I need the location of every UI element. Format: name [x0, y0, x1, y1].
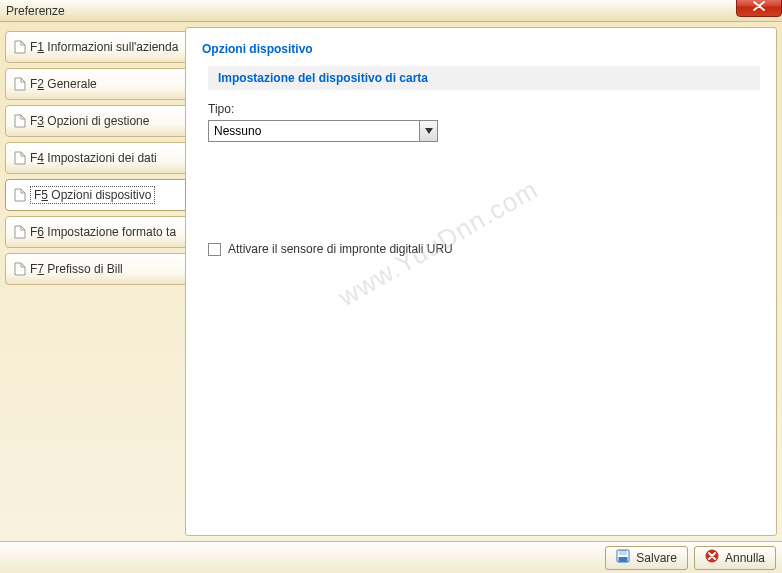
close-icon: [753, 0, 765, 14]
cancel-button[interactable]: Annulla: [694, 546, 776, 570]
page-icon: [14, 77, 26, 91]
window-title: Preferenze: [6, 4, 65, 18]
sidebar: F1 Informazioni sull'aziendaF2 GeneraleF…: [5, 27, 185, 536]
sidebar-tab-f5[interactable]: F5 Opzioni dispositivo: [5, 179, 186, 211]
type-label: Tipo:: [208, 102, 760, 116]
chevron-down-icon: [419, 121, 437, 141]
subsection-header: Impostazione del dispositivo di carta: [208, 66, 760, 90]
cancel-icon: [705, 549, 719, 566]
save-button[interactable]: Salvare: [605, 546, 688, 570]
content-panel: Opzioni dispositivo Impostazione del dis…: [185, 27, 777, 536]
sidebar-tab-f7[interactable]: F7 Prefisso di Bill: [5, 253, 186, 285]
titlebar: Preferenze: [0, 0, 782, 22]
uru-checkbox[interactable]: [208, 243, 221, 256]
sidebar-tab-f1[interactable]: F1 Informazioni sull'azienda: [5, 31, 186, 63]
dropdown-value: Nessuno: [209, 124, 419, 138]
save-button-label: Salvare: [636, 551, 677, 565]
close-button[interactable]: [736, 0, 782, 17]
footer: Salvare Annulla: [0, 541, 782, 573]
checkbox-row: Attivare il sensore di impronte digitali…: [208, 242, 760, 256]
sidebar-tab-label: F4 Impostazioni dei dati: [30, 151, 157, 165]
cancel-button-label: Annulla: [725, 551, 765, 565]
sidebar-tab-label: F5 Opzioni dispositivo: [30, 188, 155, 202]
sidebar-tab-f3[interactable]: F3 Opzioni di gestione: [5, 105, 186, 137]
section-title: Opzioni dispositivo: [202, 42, 760, 56]
subsection-title: Impostazione del dispositivo di carta: [218, 71, 750, 85]
checkbox-label: Attivare il sensore di impronte digitali…: [228, 242, 453, 256]
svg-rect-2: [619, 557, 628, 562]
sidebar-tab-f6[interactable]: F6 Impostazione formato ta: [5, 216, 186, 248]
page-icon: [14, 40, 26, 54]
sidebar-tab-f4[interactable]: F4 Impostazioni dei dati: [5, 142, 186, 174]
sidebar-tab-label: F6 Impostazione formato ta: [30, 225, 176, 239]
type-dropdown[interactable]: Nessuno: [208, 120, 438, 142]
page-icon: [14, 188, 26, 202]
sidebar-tab-f2[interactable]: F2 Generale: [5, 68, 186, 100]
body-area: F1 Informazioni sull'aziendaF2 GeneraleF…: [0, 22, 782, 541]
page-icon: [14, 151, 26, 165]
save-icon: [616, 549, 630, 566]
sidebar-tab-label: F3 Opzioni di gestione: [30, 114, 149, 128]
page-icon: [14, 114, 26, 128]
sidebar-tab-label: F7 Prefisso di Bill: [30, 262, 123, 276]
page-icon: [14, 262, 26, 276]
page-icon: [14, 225, 26, 239]
sidebar-tab-label: F2 Generale: [30, 77, 97, 91]
sidebar-tab-label: F1 Informazioni sull'azienda: [30, 40, 178, 54]
svg-rect-1: [619, 550, 627, 555]
